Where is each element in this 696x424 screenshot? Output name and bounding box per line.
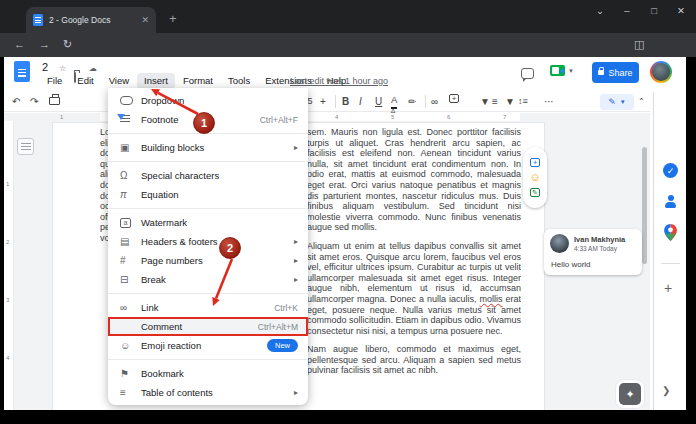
menu-file[interactable]: File xyxy=(40,73,69,89)
menu-item-label: Headers & footers xyxy=(141,236,294,247)
new-tab-button[interactable]: + xyxy=(169,11,177,26)
insert-menu-item-page-numbers[interactable]: Page numbers▸ xyxy=(108,251,308,270)
last-edit-link[interactable]: Last edit was 1 hour ago xyxy=(290,76,388,86)
add-comment-icon[interactable]: + xyxy=(530,158,540,167)
insert-link-button[interactable]: ∞ xyxy=(431,94,438,109)
redo-button[interactable]: ↷ xyxy=(30,94,38,109)
insert-menu-item-special-characters[interactable]: Special characters xyxy=(108,166,308,185)
side-panel-divider xyxy=(661,263,680,264)
hide-menus-button[interactable]: ⌃ xyxy=(638,94,645,109)
ruler-horizontal[interactable]: 14567 xyxy=(4,113,650,121)
editing-mode-button[interactable]: ✎ ▼ xyxy=(600,94,634,110)
submenu-arrow-icon: ▸ xyxy=(294,237,298,246)
hide-side-panel-button[interactable]: ❯ xyxy=(662,385,670,396)
emoji-reaction-icon[interactable]: ☺ xyxy=(529,172,540,183)
menu-edit[interactable]: Edit xyxy=(70,73,100,89)
insert-menu-item-footnote[interactable]: FootnoteCtrl+Alt+F xyxy=(108,110,308,129)
share-button[interactable]: Share xyxy=(592,62,639,83)
window-menu-icon[interactable]: ⌄ xyxy=(595,5,605,16)
tab-close-icon[interactable]: ✕ xyxy=(141,16,149,25)
open-comments-icon[interactable] xyxy=(521,68,534,79)
highlight-color-button[interactable]: ✏ xyxy=(408,94,416,109)
side-panel-icon[interactable]: ◫ xyxy=(634,38,644,51)
menu-item-label: Table of contents xyxy=(141,387,294,398)
menu-separator xyxy=(108,161,308,162)
menu-item-label: Building blocks xyxy=(141,142,294,153)
menu-item-label: Dropdown xyxy=(141,95,298,106)
menu-item-label: Watermark xyxy=(141,217,298,228)
paragraph: Aliquam ut enim at tellus dapibus conval… xyxy=(307,241,521,336)
comment-card[interactable]: Ivan Makhynia 4:33 AM Today Hello world xyxy=(544,229,642,275)
menu-insert[interactable]: Insert xyxy=(137,73,175,89)
ruler-number: 3 xyxy=(6,297,9,303)
table-of-contents-icon xyxy=(120,388,141,398)
indent-marker[interactable] xyxy=(117,114,125,120)
forward-button[interactable]: → xyxy=(39,38,50,50)
star-document-icon[interactable]: ☆ xyxy=(59,64,66,73)
browser-tab[interactable]: 2 - Google Docs ✕ xyxy=(26,7,156,33)
align-button[interactable]: ≡ xyxy=(492,94,498,109)
reload-button[interactable]: ↻ xyxy=(63,38,72,51)
ruler-number: 5 xyxy=(391,114,394,120)
italic-button[interactable]: I xyxy=(359,94,362,109)
meet-button[interactable]: ▼ xyxy=(550,65,574,76)
window-close-button[interactable]: ✕ xyxy=(676,5,686,16)
ruler-vertical[interactable]: 1234 xyxy=(4,121,14,410)
insert-menu-item-link[interactable]: LinkCtrl+K xyxy=(108,298,308,317)
menu-view[interactable]: View xyxy=(102,73,136,89)
document-scrollbar[interactable] xyxy=(642,147,647,264)
insert-menu-item-bookmark[interactable]: Bookmark xyxy=(108,364,308,383)
print-button[interactable] xyxy=(49,97,60,105)
menu-tools[interactable]: Tools xyxy=(221,73,257,89)
document-status-cloud-icon[interactable]: ☁ xyxy=(89,64,97,73)
window-minimize-button[interactable]: – xyxy=(622,5,632,16)
google-side-panel: ✓ + xyxy=(653,92,686,410)
account-avatar[interactable] xyxy=(650,61,672,83)
menu-item-label: Break xyxy=(141,274,294,285)
font-size-increase-button[interactable]: + xyxy=(320,94,326,109)
bold-button[interactable]: B xyxy=(342,94,349,109)
insert-menu-item-break[interactable]: Break▸ xyxy=(108,270,308,289)
meet-camera-icon xyxy=(550,65,565,76)
underline-button[interactable]: U xyxy=(375,94,382,109)
document-title[interactable]: 2 xyxy=(42,61,48,73)
image-dropdown-icon[interactable]: ▼ xyxy=(480,94,490,109)
insert-menu-item-emoji-reaction[interactable]: Emoji reactionNew xyxy=(108,336,308,355)
insert-menu-item-comment[interactable]: CommentCtrl+Alt+M xyxy=(108,317,308,336)
more-options-button[interactable]: ⋯ xyxy=(544,94,554,109)
tasks-icon[interactable]: ✓ xyxy=(663,163,678,178)
back-button[interactable]: ← xyxy=(14,38,25,50)
text-color-button[interactable]: A xyxy=(391,94,397,109)
insert-menu-item-building-blocks[interactable]: Building blocks▸ xyxy=(108,138,308,157)
document-outline-button[interactable] xyxy=(17,138,34,155)
add-comment-button[interactable]: + xyxy=(449,94,459,103)
docs-logo[interactable] xyxy=(14,61,30,82)
link-icon xyxy=(120,303,141,313)
menu-format[interactable]: Format xyxy=(176,73,220,89)
insert-menu-item-dropdown[interactable]: Dropdown xyxy=(108,91,308,110)
menu-item-label: Equation xyxy=(141,189,298,200)
bookmark-icon xyxy=(120,369,141,379)
insert-menu-item-equation[interactable]: Equation xyxy=(108,185,308,204)
break-icon xyxy=(120,275,141,285)
emoji-reaction-icon xyxy=(120,341,141,351)
menu-separator xyxy=(108,359,308,360)
browser-tab-strip: 2 - Google Docs ✕ + ⌄ – □ ✕ xyxy=(0,0,696,33)
explore-button[interactable]: ✦ xyxy=(619,383,641,405)
ruler-number: 2 xyxy=(6,239,9,245)
align-dropdown-icon[interactable]: ▼ xyxy=(505,94,515,109)
maps-icon[interactable] xyxy=(663,224,678,239)
undo-button[interactable]: ↶ xyxy=(12,94,20,109)
screenshot-root: 2 - Google Docs ✕ + ⌄ – □ ✕ ← → ↻ docs.g… xyxy=(0,0,696,424)
tab-title: 2 - Google Docs xyxy=(49,15,135,25)
get-add-ons-button[interactable]: + xyxy=(664,281,672,295)
menu-item-label: Link xyxy=(141,302,274,313)
doc-text-column: sem. Mauris non ligula est. Donec portti… xyxy=(307,127,521,408)
insert-menu-item-headers-footers[interactable]: Headers & footers▸ xyxy=(108,232,308,251)
insert-menu-item-table-of-contents[interactable]: Table of contents▸ xyxy=(108,383,308,402)
insert-menu-item-watermark[interactable]: Watermark xyxy=(108,213,308,232)
window-maximize-button[interactable]: □ xyxy=(649,5,659,16)
suggest-edits-icon[interactable]: ✎ xyxy=(530,188,540,197)
line-spacing-button[interactable]: ↕≡ xyxy=(518,94,528,109)
ruler-number: 4 xyxy=(6,355,9,361)
